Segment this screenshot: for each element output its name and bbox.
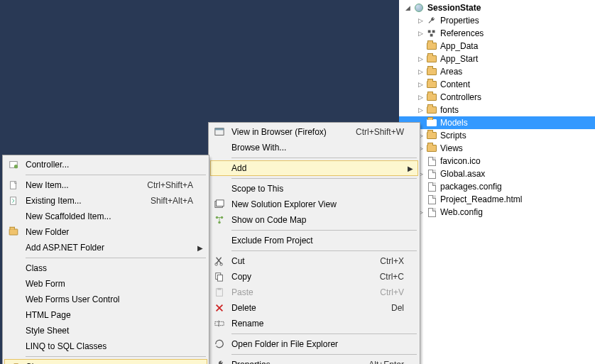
tree-label: App_Start bbox=[440, 54, 478, 64]
tree-item-webconfig[interactable]: ▷ Web.config bbox=[399, 206, 595, 219]
menu-browse-with[interactable]: Browse With... bbox=[210, 140, 418, 155]
menu-separator bbox=[231, 178, 417, 179]
expand-icon[interactable]: ▷ bbox=[416, 29, 425, 38]
menu-web-user-control[interactable]: Web Forms User Control bbox=[4, 292, 207, 307]
tree-label: References bbox=[440, 28, 484, 38]
tree-label: App_Data bbox=[440, 41, 478, 51]
menu-new-item[interactable]: New Item... Ctrl+Shift+A bbox=[4, 177, 207, 193]
menu-web-form[interactable]: Web Form bbox=[4, 276, 207, 292]
menu-label: Controller... bbox=[26, 160, 193, 170]
menu-rename[interactable]: Rename bbox=[210, 316, 418, 331]
menu-class-dots[interactable]: Class... bbox=[4, 359, 207, 364]
collapse-icon[interactable]: ◢ bbox=[403, 4, 412, 12]
tree-item-readme[interactable]: ▷ Project_Readme.html bbox=[399, 193, 595, 206]
window-icon bbox=[214, 199, 225, 210]
menu-label: LINQ to SQL Classes bbox=[26, 341, 193, 351]
project-icon bbox=[413, 2, 425, 13]
menu-open-folder[interactable]: Open Folder in File Explorer bbox=[210, 336, 418, 352]
menu-paste: Paste Ctrl+V bbox=[210, 285, 418, 300]
menu-label: Style Sheet bbox=[26, 326, 193, 336]
menu-existing-item[interactable]: Existing Item... Shift+Alt+A bbox=[4, 193, 207, 209]
menu-aspnet-folder[interactable]: Add ASP.NET Folder ▶ bbox=[4, 240, 207, 255]
menu-separator bbox=[26, 356, 206, 357]
menu-label: HTML Page bbox=[26, 310, 193, 320]
tree-label: Controllers bbox=[440, 92, 481, 102]
menu-delete[interactable]: Delete Del bbox=[210, 300, 418, 316]
controller-icon bbox=[8, 159, 19, 170]
folder-icon bbox=[426, 53, 437, 65]
menu-view-in-browser[interactable]: View in Browser (Firefox) Ctrl+Shift+W bbox=[210, 124, 418, 140]
menu-copy[interactable]: Copy Ctrl+C bbox=[210, 269, 418, 285]
tree-item-appdata[interactable]: ▷ App_Data bbox=[399, 40, 595, 53]
folder-icon bbox=[426, 130, 437, 141]
tree-item-packages[interactable]: ▷ packages.config bbox=[399, 180, 595, 193]
menu-scope[interactable]: Scope to This bbox=[210, 181, 418, 197]
svg-rect-1 bbox=[432, 31, 435, 33]
expand-icon[interactable]: ▷ bbox=[416, 106, 425, 114]
menu-code-map[interactable]: Show on Code Map bbox=[210, 212, 418, 228]
tree-item-models[interactable]: ▷ Models bbox=[399, 116, 595, 129]
tree-item-controllers[interactable]: ▷ Controllers bbox=[399, 91, 595, 104]
folder-icon bbox=[426, 104, 437, 116]
tree-item-global[interactable]: ▷ Global.asax bbox=[399, 167, 595, 180]
tree-item-areas[interactable]: ▷ Areas bbox=[399, 65, 595, 78]
expand-icon[interactable]: ▷ bbox=[416, 67, 425, 76]
menu-label: Add bbox=[231, 163, 351, 173]
menu-properties[interactable]: Properties Alt+Enter bbox=[210, 357, 418, 364]
menu-label: Show on Code Map bbox=[231, 215, 351, 225]
tree-item-fonts[interactable]: ▷ fonts bbox=[399, 104, 595, 116]
tree-item-references[interactable]: ▷ References bbox=[399, 27, 595, 40]
menu-separator bbox=[26, 175, 206, 175]
menu-linq-classes[interactable]: LINQ to SQL Classes bbox=[4, 338, 207, 354]
codemap-icon bbox=[214, 214, 225, 226]
menu-label: Add ASP.NET Folder bbox=[26, 243, 193, 253]
menu-scaffolded-item[interactable]: New Scaffolded Item... bbox=[4, 209, 207, 224]
menu-cut[interactable]: Cut Ctrl+X bbox=[210, 253, 418, 269]
menu-label: Scope to This bbox=[231, 184, 351, 194]
menu-label: Delete bbox=[231, 303, 351, 313]
menu-label: Rename bbox=[231, 319, 351, 329]
expand-icon[interactable]: ▷ bbox=[416, 55, 425, 63]
tree-root[interactable]: ◢ SessionState bbox=[399, 1, 595, 14]
menu-add-class[interactable]: Class bbox=[4, 260, 207, 276]
paste-icon bbox=[214, 287, 225, 298]
svg-rect-15 bbox=[217, 288, 221, 290]
menu-add[interactable]: Add ▶ bbox=[210, 160, 418, 176]
menu-new-folder[interactable]: New Folder bbox=[4, 224, 207, 240]
svg-rect-4 bbox=[215, 128, 224, 131]
submenu-arrow-icon: ▶ bbox=[197, 244, 203, 252]
tree-item-appstart[interactable]: ▷ App_Start bbox=[399, 53, 595, 65]
tree-label: packages.config bbox=[440, 182, 502, 192]
expand-icon[interactable]: ▷ bbox=[416, 16, 425, 25]
menu-controller[interactable]: Controller... bbox=[4, 157, 207, 172]
menu-separator bbox=[231, 158, 417, 158]
file-icon bbox=[426, 168, 437, 180]
menu-separator bbox=[26, 258, 206, 258]
expand-icon[interactable]: ▷ bbox=[416, 93, 425, 101]
menu-separator bbox=[231, 250, 417, 251]
tree-item-favicon[interactable]: ▷ favicon.ico bbox=[399, 155, 595, 167]
menu-style-sheet[interactable]: Style Sheet bbox=[4, 323, 207, 338]
tree-label: Areas bbox=[440, 67, 462, 77]
copy-icon bbox=[214, 271, 225, 282]
menu-html-page[interactable]: HTML Page bbox=[4, 307, 207, 323]
menu-exclude[interactable]: Exclude From Project bbox=[210, 233, 418, 248]
menu-separator bbox=[231, 354, 417, 355]
tree-label: fonts bbox=[440, 105, 459, 115]
tree-item-scripts[interactable]: ▷ Scripts bbox=[399, 129, 595, 142]
menu-label: Paste bbox=[231, 287, 351, 297]
menu-label: Properties bbox=[231, 360, 351, 364]
folder-icon bbox=[426, 79, 437, 90]
tree-item-content[interactable]: ▷ Content bbox=[399, 78, 595, 91]
tree-label: Content bbox=[440, 79, 470, 89]
tree-item-properties[interactable]: ▷ Properties bbox=[399, 14, 595, 27]
menu-label: Exclude From Project bbox=[231, 236, 351, 246]
menu-label: Web Forms User Control bbox=[26, 294, 193, 304]
tree-label: Views bbox=[440, 143, 463, 153]
menu-new-explorer-view[interactable]: New Solution Explorer View bbox=[210, 197, 418, 212]
tree-item-views[interactable]: ▷ Views bbox=[399, 142, 595, 155]
svg-rect-13 bbox=[217, 275, 222, 281]
expand-icon[interactable]: ▷ bbox=[416, 80, 425, 89]
svg-rect-0 bbox=[428, 31, 431, 33]
folder-icon bbox=[426, 66, 437, 77]
